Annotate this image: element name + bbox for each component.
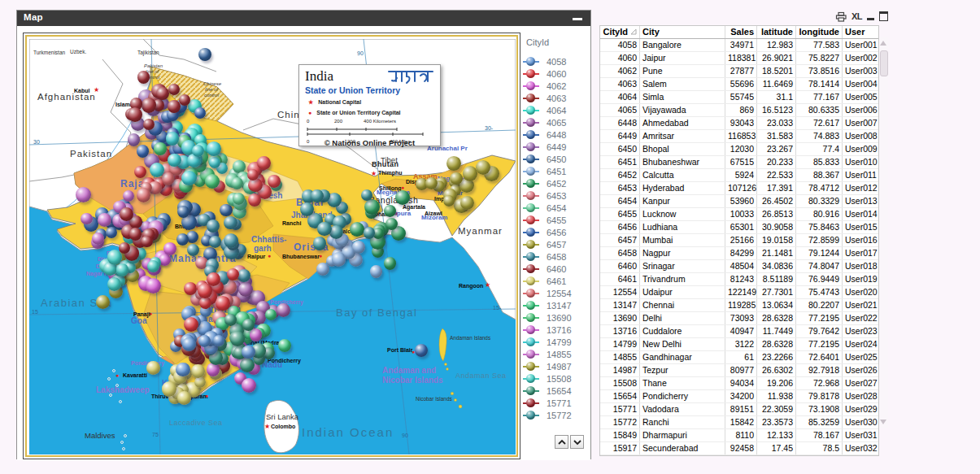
table-cell[interactable]: User015	[843, 221, 878, 233]
table-cell[interactable]: 12.133	[757, 429, 796, 441]
table-row[interactable]: 15654Pondicherry3420011.93879.8178User02…	[600, 390, 878, 403]
table-cell[interactable]: Pune	[640, 65, 725, 77]
table-cell[interactable]: 118381	[725, 52, 757, 64]
table-cell[interactable]: 65301	[725, 221, 757, 233]
table-cell[interactable]: 13147	[600, 299, 640, 311]
table-cell[interactable]: Kanpur	[640, 195, 725, 207]
table-cell[interactable]: 72.617	[796, 117, 843, 129]
table-row[interactable]: 6449Amritsar11685331.58374.883User008	[600, 130, 878, 143]
print-icon[interactable]	[835, 11, 847, 22]
legend-item[interactable]: 6456	[521, 226, 572, 238]
table-row[interactable]: 15771Vadodara8915122.305973.1908User029	[600, 403, 878, 416]
table-cell[interactable]: 23.3573	[757, 416, 796, 428]
table-cell[interactable]: 23.267	[757, 143, 796, 155]
table-cell[interactable]: User017	[843, 247, 878, 259]
table-cell[interactable]: User018	[843, 260, 878, 272]
table-cell[interactable]: 6461	[600, 273, 640, 285]
table-cell[interactable]: 22.533	[757, 169, 796, 181]
export-excel-icon[interactable]: XL	[852, 11, 862, 21]
table-row[interactable]: 6454Kanpur5396026.450280.3329User013	[600, 195, 878, 208]
table-cell[interactable]: User020	[843, 286, 878, 298]
table-cell[interactable]: User022	[843, 312, 878, 324]
legend-item[interactable]: 6457	[521, 238, 572, 250]
table-cell[interactable]: Ahmedabad	[640, 117, 725, 129]
table-cell[interactable]: Simla	[640, 91, 725, 103]
table-cell[interactable]: 28.6328	[757, 312, 796, 324]
table-cell[interactable]: 77.4	[796, 143, 843, 155]
table-cell[interactable]: 4058	[600, 39, 640, 51]
table-cell[interactable]: 72.968	[796, 377, 843, 389]
table-cell[interactable]: 6460	[600, 260, 640, 272]
table-cell[interactable]: 14799	[600, 338, 640, 350]
table-cell[interactable]: 14855	[600, 351, 640, 363]
table-cell[interactable]: Lucknow	[640, 208, 725, 220]
table-cell[interactable]: 28.6328	[757, 338, 796, 350]
legend-item[interactable]: 6450	[521, 153, 572, 165]
table-cell[interactable]: 78.1414	[796, 78, 843, 90]
table-row[interactable]: 4062Pune2787718.520173.8516User003	[600, 65, 878, 78]
legend-item[interactable]: 13716	[521, 324, 572, 336]
table-cell[interactable]: 4065	[600, 104, 640, 116]
legend-item[interactable]: 4062	[521, 80, 572, 92]
table-row[interactable]: 4058Bangalore3497112.98377.583User001	[600, 39, 878, 52]
table-cell[interactable]: 10033	[725, 208, 757, 220]
minimize-icon[interactable]	[867, 13, 874, 20]
table-cell[interactable]: User026	[843, 364, 878, 376]
table-cell[interactable]: 14987	[600, 364, 640, 376]
table-cell[interactable]: User013	[843, 195, 878, 207]
legend-item[interactable]: 13690	[521, 311, 572, 324]
table-row[interactable]: 13690Delhi7309328.632877.2195User022	[600, 312, 878, 325]
table-cell[interactable]: 93043	[725, 117, 757, 129]
table-cell[interactable]: 34971	[725, 39, 757, 51]
table-cell[interactable]: 72.6401	[796, 351, 843, 363]
table-row[interactable]: 12554Udaipur12214927.730175.4743User020	[600, 286, 878, 299]
table-cell[interactable]: 4064	[600, 91, 640, 103]
table-cell[interactable]: 6450	[600, 143, 640, 155]
table-cell[interactable]: 55745	[725, 91, 757, 103]
table-cell[interactable]: Trivandrum	[640, 273, 725, 285]
table-row[interactable]: 15772Ranchi1584223.357385.3259User030	[600, 416, 878, 429]
table-cell[interactable]: 72.8599	[796, 234, 843, 246]
table-cell[interactable]: User009	[843, 143, 878, 155]
table-cell[interactable]: 53960	[725, 195, 757, 207]
table-cell[interactable]: 73.1908	[796, 403, 843, 415]
table-cell[interactable]: User030	[843, 416, 878, 428]
table-cell[interactable]: 6454	[600, 195, 640, 207]
scrollbar-up-icon[interactable]	[880, 41, 886, 46]
table-cell[interactable]: 13690	[600, 312, 640, 324]
table-row[interactable]: 15849Dharmapuri811012.13378.167User031	[600, 429, 878, 442]
table-scrollbar[interactable]	[879, 37, 888, 428]
table-cell[interactable]: 23.033	[757, 117, 796, 129]
table-cell[interactable]: 48504	[725, 260, 757, 272]
table-row[interactable]: 6456Ludhiana6530130.905875.8463User015	[600, 221, 878, 234]
table-cell[interactable]: 67515	[725, 156, 757, 168]
table-cell[interactable]: 12030	[725, 143, 757, 155]
table-cell[interactable]: 78.167	[796, 429, 843, 441]
table-row[interactable]: 15917Secunderabad9245817.4578.5User032	[600, 442, 878, 455]
table-cell[interactable]: 15508	[600, 377, 640, 389]
table-cell[interactable]: 26.6302	[757, 364, 796, 376]
table-cell[interactable]: 77.167	[796, 91, 843, 103]
table-cell[interactable]: 19.0158	[757, 234, 796, 246]
table-cell[interactable]: Chennai	[640, 299, 725, 311]
table-cell[interactable]: 80977	[725, 364, 757, 376]
table-cell[interactable]: 119285	[725, 299, 757, 311]
table-cell[interactable]: 13716	[600, 325, 640, 337]
table-cell[interactable]: 15849	[600, 429, 640, 441]
table-cell[interactable]: 79.8178	[796, 390, 843, 402]
legend-item[interactable]: 12554	[521, 287, 572, 299]
table-cell[interactable]: 77.2195	[796, 312, 843, 324]
table-cell[interactable]: 23.2266	[757, 351, 796, 363]
legend-scroll-up-button[interactable]	[555, 435, 568, 449]
column-header-user[interactable]: User	[843, 26, 878, 38]
table-cell[interactable]: 75.8463	[796, 221, 843, 233]
table-cell[interactable]: 107126	[725, 182, 757, 194]
table-cell[interactable]: 92.7918	[796, 364, 843, 376]
legend-item[interactable]: 15771	[521, 397, 572, 409]
table-cell[interactable]: User031	[843, 429, 878, 441]
table-cell[interactable]: 4062	[600, 65, 640, 77]
table-cell[interactable]: 6455	[600, 208, 640, 220]
table-cell[interactable]: User001	[843, 39, 878, 51]
table-cell[interactable]: 22.3059	[757, 403, 796, 415]
table-cell[interactable]: 74.8047	[796, 260, 843, 272]
